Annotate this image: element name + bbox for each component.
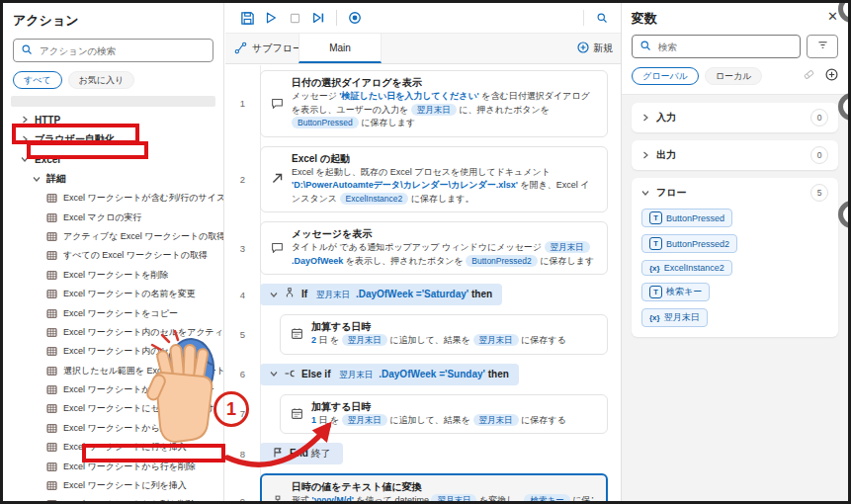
subflow-bar: サブフロー (1) Main 新規 — [225, 33, 621, 64]
actions-panel-title: アクション — [3, 3, 223, 37]
annotation-arrow — [206, 398, 354, 477]
ifbranch-icon — [284, 288, 296, 301]
flow-condition-block[interactable]: If 翌月末日.DayOfWeek ='Saturday' then — [260, 284, 502, 305]
value-variable-icon: {x} — [649, 313, 660, 322]
step-description: メッセージ '検証したい日を入力してください' を含む日付選択ダイアログを表示し… — [292, 90, 597, 130]
chevron-down-icon — [33, 174, 41, 185]
eraser-icon[interactable] — [803, 67, 815, 85]
variable-search-box[interactable] — [632, 35, 801, 58]
new-subflow-button[interactable]: 新規 — [577, 42, 613, 55]
tab-main[interactable]: Main — [298, 34, 382, 63]
step-number: 5 — [225, 329, 260, 340]
flow-action-card[interactable]: 加算する日時2 日 を 翌月末日 に追加して、結果を 翌月末日 に保存する — [280, 314, 608, 355]
variable-filter-button[interactable] — [807, 35, 838, 58]
excel-table-icon — [46, 423, 57, 434]
flow-variable-pill[interactable]: {x}翌月末日 — [641, 308, 708, 327]
action-search-box[interactable] — [13, 39, 213, 62]
flow-variable-pill[interactable]: T検索キー — [641, 283, 710, 301]
action-list-item[interactable]: アクティブな Excel ワークシートの取得 — [3, 227, 223, 246]
action-item-label: Excel ワークシートの名前を変更 — [63, 288, 196, 300]
comment-icon — [271, 241, 284, 254]
keyword-text: Else if — [301, 369, 333, 379]
action-item-label: Excel ワークシートに列を挿入 — [63, 479, 187, 492]
tree-item-advanced[interactable]: 詳細 — [3, 169, 223, 189]
flow-action-card[interactable]: メッセージを表示タイトルが である通知ポップアップ ウィンドウにメッセージ 翌月… — [260, 221, 608, 275]
action-list-item[interactable]: Excel マクロの実行 — [3, 208, 223, 226]
chevron-down-icon[interactable] — [270, 290, 278, 300]
variable-pill: 翌月末日 — [431, 494, 476, 504]
flow-action-card[interactable]: 日時の値をテキスト値に変換形式 'yyyy/M/d' を使って datetime… — [260, 473, 608, 504]
filter-icon — [816, 38, 829, 55]
chevron-down-icon[interactable] — [270, 369, 278, 379]
action-filter-pills: すべて お気に入り — [13, 71, 213, 89]
subflow-icon — [234, 42, 247, 56]
action-item-label: Excel ワークシートをコピー — [63, 307, 178, 320]
add-variable-button[interactable] — [825, 67, 838, 85]
recorder-button[interactable] — [343, 6, 367, 30]
comment-icon — [271, 97, 284, 110]
action-list-item[interactable]: Excel ワークシートに列を挿入 — [3, 476, 223, 495]
variable-pill: 翌月末日 — [411, 104, 457, 116]
excel-table-icon — [46, 270, 57, 281]
flow-step-row: 3メッセージを表示タイトルが である通知ポップアップ ウィンドウにメッセージ 翌… — [225, 221, 621, 275]
flow-step-row: 6Else if 翌月末日.DayOfWeek ='Sunday' then — [225, 364, 621, 385]
excel-table-icon — [46, 403, 57, 414]
variable-search-input[interactable] — [656, 41, 793, 53]
filter-all-button[interactable]: すべて — [13, 71, 62, 89]
action-list-item[interactable]: Excel ワークシートから列を削除 — [3, 495, 223, 504]
action-list-item[interactable]: Excel ワークシートが含む列/行のサイズを変... — [3, 189, 223, 208]
flow-action-card[interactable]: 日付の選択ダイアログを表示メッセージ '検証したい日を入力してください' を含む… — [260, 70, 608, 137]
flow-variable-pill[interactable]: {x}ExcelInstance2 — [641, 260, 732, 276]
variables-section-flow-header[interactable]: フロー 5 — [641, 184, 828, 202]
save-button[interactable] — [235, 6, 259, 30]
stop-button[interactable] — [283, 6, 306, 30]
value-variable-icon: {x} — [649, 264, 660, 273]
variable-pill: ExcelInstance2 — [340, 193, 409, 205]
action-list-item[interactable]: Excel ワークシートを削除 — [3, 266, 223, 285]
flow-action-card[interactable]: Excel の起動Excel を起動し、既存の Excel プロセスを使用してド… — [260, 146, 608, 213]
step-title: 日付の選択ダイアログを表示 — [292, 76, 597, 90]
run-next-action-button[interactable] — [306, 6, 330, 30]
close-icon[interactable]: ✕ — [827, 9, 838, 24]
action-item-label: Excel ワークシートが含む列/行のサイズを変... — [63, 192, 223, 205]
flow-step-row: 9日時の値をテキスト値に変換形式 'yyyy/M/d' を使って datetim… — [225, 473, 621, 504]
flow-variable-pill[interactable]: TButtonPressed2 — [641, 234, 737, 253]
run-button[interactable] — [259, 6, 283, 30]
excel-table-icon — [46, 250, 57, 261]
description-text: タイトルが である通知ポップアップ ウィンドウにメッセージ — [292, 242, 545, 252]
description-text: に保存します。 — [408, 194, 473, 204]
variable-pill: 検索キー — [524, 494, 569, 504]
text-variable-icon: T — [649, 286, 662, 298]
excel-table-icon — [46, 212, 57, 223]
variables-section-input[interactable]: 入力 0 — [632, 103, 838, 132]
step-number: 4 — [225, 290, 260, 300]
variables-section-output[interactable]: 出力 0 — [632, 140, 838, 170]
flow-search-icon[interactable] — [596, 12, 608, 24]
step-title: メッセージを表示 — [292, 227, 597, 241]
description-text: に追加して、結果を — [387, 335, 473, 345]
variables-panel-title: 変数 — [632, 10, 838, 28]
variable-pill: 翌月末日 — [473, 334, 519, 346]
excel-table-icon — [46, 231, 57, 242]
tab-local-variables[interactable]: ローカル — [705, 67, 763, 85]
flow-variable-pill[interactable]: TButtonPressed — [641, 209, 732, 227]
excel-table-icon — [46, 289, 57, 299]
convert-icon — [272, 495, 284, 504]
description-text: 形式 — [292, 495, 312, 504]
variable-pill: ButtonPressed2 — [466, 255, 537, 267]
action-list-item[interactable]: Excel ワークシートをコピー — [3, 303, 223, 322]
step-title: 加算する日時 — [311, 400, 597, 414]
excel-table-icon — [46, 366, 57, 377]
action-list-item[interactable]: Excel ワークシートの名前を変更 — [3, 285, 223, 303]
tab-global-variables[interactable]: グローバル — [632, 67, 699, 85]
action-list-item[interactable]: すべての Excel ワークシートの取得 — [3, 246, 223, 265]
toolbar-divider — [336, 10, 337, 26]
filter-favorites-button[interactable]: お気に入り — [68, 71, 135, 89]
description-text: 日 を — [316, 335, 342, 345]
step-menu-icon[interactable]: ⋮ — [587, 495, 598, 504]
flow-step-row: 2Excel の起動Excel を起動し、既存の Excel プロセスを使用して… — [225, 146, 621, 213]
step-description: Excel を起動し、既存の Excel プロセスを使用してドキュメント 'D:… — [292, 166, 597, 207]
flow-condition-block[interactable]: Else if 翌月末日.DayOfWeek ='Sunday' then — [260, 364, 519, 385]
step-description: 1 日 を 翌月末日 に追加して、結果を 翌月末日 に保存する — [311, 414, 597, 428]
action-search-input[interactable] — [38, 44, 206, 57]
